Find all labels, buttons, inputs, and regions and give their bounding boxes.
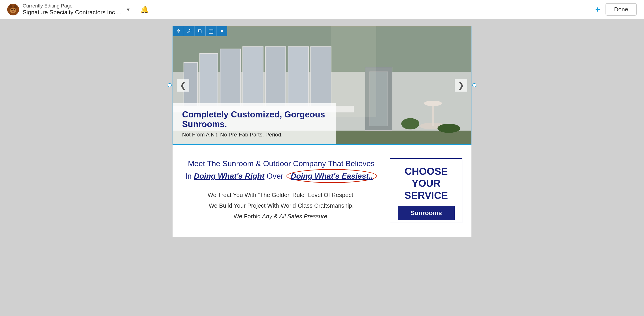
duplicate-icon (198, 29, 203, 34)
done-button[interactable]: Done (606, 3, 637, 16)
body-line3: We Forbid Any & All Sales Pressure. (182, 211, 381, 222)
chevron-right-icon: ❯ (458, 81, 464, 90)
slider-caption-title: Completely Customized, Gorgeous Sunrooms… (182, 110, 327, 129)
resize-handle-left[interactable] (168, 83, 172, 87)
sidebar-sunrooms-button[interactable]: Sunrooms (398, 206, 455, 220)
slider-layout-button[interactable] (206, 26, 216, 36)
page-container: ✕ (172, 26, 472, 237)
svg-rect-29 (331, 26, 376, 117)
wrench-icon (187, 29, 192, 34)
svg-rect-15 (220, 49, 240, 108)
avatar (7, 4, 19, 16)
editing-page: Signature Specialty Contractors Inc ... (23, 9, 121, 16)
svg-rect-19 (311, 47, 331, 110)
sidebar-title-line2: YOUR (412, 178, 440, 189)
slider-prev-button[interactable]: ❮ (176, 79, 189, 92)
svg-rect-7 (199, 30, 202, 33)
editing-label: Currently Editing Page (23, 3, 121, 9)
svg-point-6 (12, 11, 14, 12)
slider-image: ❮ ❯ Completely Customized, Gorgeous Sunr… (173, 26, 471, 144)
content-body: We Treat You With “The Golden Rule” Leve… (182, 190, 381, 221)
body-line2: We Build Your Project With World-Class C… (182, 200, 381, 211)
close-icon: ✕ (220, 28, 224, 34)
headline-over: Over (264, 172, 286, 180)
svg-point-26 (424, 101, 442, 106)
canvas-area: ✕ (0, 19, 644, 243)
svg-point-4 (11, 9, 13, 11)
body-line1: We Treat You With “The Golden Rule” Leve… (182, 190, 381, 200)
sidebar-title-line3: SERVICE (404, 190, 448, 201)
chevron-left-icon: ❮ (180, 81, 186, 90)
move-icon (176, 29, 181, 34)
svg-rect-14 (200, 54, 218, 108)
sidebar-title: CHOOSE YOUR SERVICE (400, 159, 452, 206)
slider-move-button[interactable] (173, 26, 184, 36)
body-line3-rest: Any & All Sales Pressure. (261, 213, 329, 220)
headline-part1: Meet The Sunroom & Outdoor Company That … (188, 159, 375, 168)
headline-link2: Doing What's Easiest.. (291, 172, 373, 180)
sidebar-choose-service: CHOOSE YOUR SERVICE Sunrooms (390, 158, 462, 223)
notification-bell-icon[interactable]: 🔔 (140, 6, 149, 13)
slider-toolbar: ✕ (173, 26, 227, 36)
slider-caption: Completely Customized, Gorgeous Sunrooms… (173, 103, 336, 144)
slider-duplicate-button[interactable] (195, 26, 206, 36)
headline-link1: Doing What's Right (194, 172, 264, 180)
slider-section: ✕ (172, 26, 472, 145)
layout-icon (208, 29, 214, 34)
slider-next-button[interactable]: ❯ (455, 79, 468, 92)
svg-point-5 (14, 9, 15, 11)
editing-info: Currently Editing Page Signature Special… (23, 3, 121, 16)
svg-rect-17 (266, 47, 286, 110)
top-bar: Currently Editing Page Signature Special… (0, 0, 644, 19)
headline-part2: In (185, 172, 194, 180)
add-button[interactable]: + (595, 5, 600, 14)
sidebar-title-line1: CHOOSE (405, 166, 448, 177)
dropdown-icon[interactable]: ▾ (127, 6, 130, 13)
svg-rect-16 (243, 47, 263, 110)
content-main: Meet The Sunroom & Outdoor Company That … (182, 158, 381, 223)
body-line3-prefix: We (234, 213, 244, 220)
avatar-icon (7, 4, 19, 16)
body-forbid: Forbid (244, 213, 261, 220)
slider-edit-button[interactable] (184, 26, 195, 36)
top-bar-right: + Done (595, 3, 637, 16)
svg-point-27 (401, 118, 419, 129)
svg-rect-18 (288, 47, 308, 110)
svg-point-3 (10, 8, 16, 13)
svg-point-28 (438, 124, 460, 133)
svg-rect-25 (432, 103, 434, 126)
content-section: Meet The Sunroom & Outdoor Company That … (172, 145, 472, 237)
top-bar-left: Currently Editing Page Signature Special… (7, 3, 149, 16)
slider-delete-button[interactable]: ✕ (216, 26, 227, 36)
resize-handle-right[interactable] (472, 83, 476, 87)
content-headline: Meet The Sunroom & Outdoor Company That … (182, 158, 381, 183)
headline-link2-circled: Doing What's Easiest.. (286, 169, 377, 183)
slider-caption-subtitle: Not From A Kit. No Pre-Fab Parts. Period… (182, 131, 327, 138)
